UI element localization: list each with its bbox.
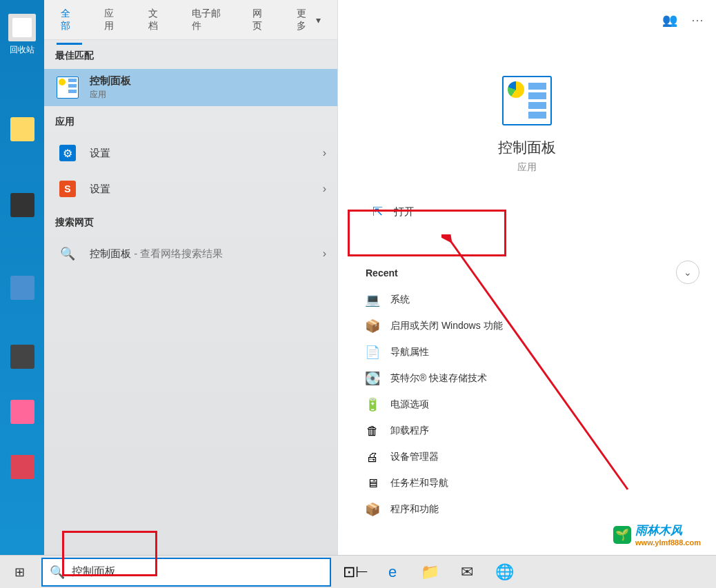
browser-icon[interactable]: 🌐 [488,556,520,589]
explorer-icon[interactable]: 📁 [414,556,446,589]
start-button[interactable]: ⊞ [0,556,39,589]
chevron-down-icon: ▾ [316,14,321,26]
recycle-bin-label: 回收站 [8,44,36,56]
result-title: 设置 [90,147,313,160]
tab-more[interactable]: 更多▾ [292,0,325,45]
search-input[interactable] [72,566,323,578]
recycle-bin-icon [8,14,36,41]
properties-icon: 📄 [366,345,379,359]
recent-programs-features[interactable]: 📦程序和功能 [338,496,716,523]
mail-icon[interactable]: ✉ [451,556,483,589]
search-icon: 🔍 [50,565,65,580]
programs-icon: 📦 [366,503,379,516]
monitor-icon: 💻 [366,293,379,307]
recent-power-options[interactable]: 🔋电源选项 [338,392,716,418]
filter-tabs: 全部 应用 文档 电子邮件 网页 更多▾ [44,0,337,40]
result-title: 控制面板 - 查看网络搜索结果 [90,247,313,261]
desktop-icon[interactable] [10,276,34,300]
tab-apps[interactable]: 应用 [100,0,126,45]
result-title: 设置 [90,183,313,196]
watermark-name: 雨林木风 [635,523,701,538]
open-action[interactable]: ⇱ 打开 [352,194,702,229]
chevron-down-icon: ⌄ [684,267,692,278]
tab-all[interactable]: 全部 [57,0,82,45]
recent-taskbar-nav[interactable]: 🖥任务栏和导航 [338,470,716,496]
desktop-icon[interactable] [10,117,34,141]
detail-pane: 👥 ⋯ 控制面板 应用 ⇱ 打开 ⌄ Recent 💻系统 📦启用或关闭 Win… [338,0,716,555]
result-control-panel[interactable]: 控制面板 应用 [44,69,337,106]
uninstall-icon: 🗑 [366,424,379,438]
windows-icon: ⊞ [14,565,25,580]
recent-intel-storage[interactable]: 💽英特尔® 快速存储技术 [338,365,716,392]
web-header: 搜索网页 [44,207,337,236]
sogou-icon: S [59,181,76,197]
tab-email[interactable]: 电子邮件 [188,0,231,45]
watermark: 🌱 雨林木风 www.ylmf888.com [608,520,706,549]
recent-header: Recent [338,236,716,287]
desktop-icon[interactable] [10,400,34,424]
gear-icon: ⚙ [59,145,76,161]
chevron-right-icon: › [323,247,326,260]
result-subtitle: 应用 [90,89,326,101]
recent-uninstall[interactable]: 🗑卸载程序 [338,418,716,444]
chevron-right-icon: › [323,147,326,159]
result-web-search[interactable]: 🔍 控制面板 - 查看网络搜索结果 › [44,236,337,272]
open-label: 打开 [394,205,415,219]
control-panel-icon [502,76,552,125]
detail-subtitle: 应用 [338,161,716,174]
more-icon[interactable]: ⋯ [691,12,704,28]
logo-icon: 🌱 [613,526,631,544]
recent-system[interactable]: 💻系统 [338,287,716,313]
recent-windows-features[interactable]: 📦启用或关闭 Windows 功能 [338,313,716,339]
disk-icon: 💽 [366,372,379,385]
tab-web[interactable]: 网页 [248,0,274,45]
chevron-right-icon: › [323,183,326,195]
search-box[interactable]: 🔍 [41,558,331,587]
expand-button[interactable]: ⌄ [676,261,699,284]
edge-icon[interactable]: e [377,556,408,589]
recent-device-manager[interactable]: 🖨设备管理器 [338,444,716,470]
task-view-button[interactable]: ⊡⊢ [339,556,371,589]
power-icon: 🔋 [366,398,379,412]
search-results-panel: 全部 应用 文档 电子邮件 网页 更多▾ 最佳匹配 控制面板 应用 应用 ⚙ 设… [44,0,716,555]
feedback-icon[interactable]: 👥 [662,12,677,28]
search-icon: 🔍 [61,247,74,261]
recycle-bin[interactable]: 回收站 [8,14,36,56]
result-settings-2[interactable]: S 设置 › [44,171,337,207]
desktop-icon[interactable] [10,455,34,479]
recent-nav-properties[interactable]: 📄导航属性 [338,339,716,365]
results-list-pane: 全部 应用 文档 电子邮件 网页 更多▾ 最佳匹配 控制面板 应用 应用 ⚙ 设… [44,0,338,555]
taskbar-icon: 🖥 [366,476,379,490]
tab-docs[interactable]: 文档 [144,0,170,45]
device-icon: 🖨 [366,450,379,464]
detail-title: 控制面板 [338,138,716,157]
watermark-url: www.ylmf888.com [635,538,701,547]
control-panel-icon [55,75,80,100]
open-icon: ⇱ [372,204,383,219]
result-settings-1[interactable]: ⚙ 设置 › [44,135,337,171]
taskbar: ⊞ 🔍 ⊡⊢ e 📁 ✉ 🌐 [0,555,716,588]
desktop-icon[interactable] [10,345,34,369]
apps-header: 应用 [44,106,337,135]
desktop-icon[interactable] [10,193,34,217]
box-icon: 📦 [366,319,379,333]
result-title: 控制面板 [90,74,326,88]
